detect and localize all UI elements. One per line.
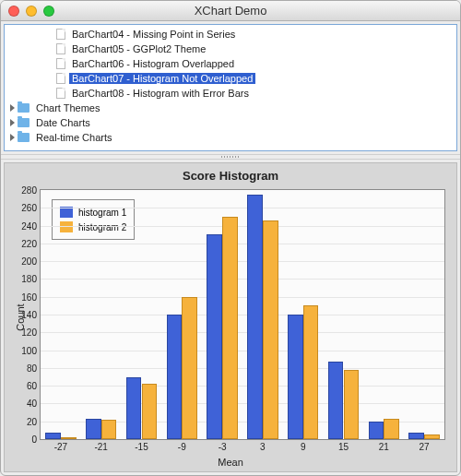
bar bbox=[167, 315, 183, 439]
bar bbox=[222, 217, 238, 439]
x-tick: 15 bbox=[338, 442, 349, 452]
tree-item[interactable]: BarChart04 - Missing Point in Series bbox=[5, 27, 456, 42]
zoom-icon[interactable] bbox=[43, 6, 54, 17]
file-icon bbox=[56, 88, 65, 99]
bar bbox=[424, 434, 440, 439]
x-axis-label: Mean bbox=[5, 457, 456, 468]
legend: histogram 1 histogram 2 bbox=[52, 199, 135, 240]
bar bbox=[303, 305, 319, 439]
x-tick: 27 bbox=[420, 442, 430, 452]
y-tick: 180 bbox=[21, 274, 37, 284]
file-icon bbox=[56, 29, 65, 40]
bar bbox=[369, 422, 384, 439]
tree-item[interactable]: BarChart06 - Histogram Overlapped bbox=[5, 56, 456, 71]
bar bbox=[247, 195, 263, 439]
chart-title: Score Histogram bbox=[5, 163, 456, 184]
folder-icon bbox=[18, 133, 30, 142]
y-tick: 280 bbox=[21, 185, 37, 196]
minimize-icon[interactable] bbox=[26, 6, 37, 17]
chart-pane: Score Histogram Count Mean histogram 1 h… bbox=[4, 162, 457, 472]
y-tick: 140 bbox=[21, 310, 37, 320]
bar bbox=[142, 384, 158, 439]
plot-area: histogram 1 histogram 2 0204060801001201… bbox=[40, 189, 445, 440]
x-tick: 21 bbox=[379, 442, 389, 452]
tree-item-label: Date Charts bbox=[33, 117, 93, 128]
file-icon bbox=[56, 58, 65, 69]
y-tick: 120 bbox=[21, 327, 37, 338]
bar bbox=[182, 297, 197, 439]
x-tick: -15 bbox=[135, 442, 148, 452]
tree-item[interactable]: BarChart05 - GGPlot2 Theme bbox=[5, 42, 456, 56]
y-tick: 20 bbox=[27, 416, 37, 426]
traffic-lights bbox=[8, 6, 54, 17]
x-tick: -9 bbox=[178, 442, 186, 452]
folder-icon bbox=[18, 118, 30, 127]
bar bbox=[61, 437, 77, 439]
y-tick: 60 bbox=[27, 381, 37, 391]
legend-swatch-2 bbox=[60, 221, 73, 232]
tree-item[interactable]: Chart Themes bbox=[5, 101, 456, 115]
window-title: XChart Demo bbox=[1, 4, 460, 18]
grip-icon bbox=[221, 156, 240, 158]
folder-icon bbox=[18, 103, 30, 113]
bar bbox=[288, 315, 303, 439]
bar bbox=[86, 419, 101, 439]
tree-item-label: BarChart05 - GGPlot2 Theme bbox=[69, 43, 208, 54]
bar bbox=[207, 234, 222, 439]
x-tick: 9 bbox=[301, 442, 306, 452]
tree-item-label: Real-time Charts bbox=[33, 132, 115, 143]
tree-item[interactable]: Date Charts bbox=[5, 115, 456, 130]
bar bbox=[408, 433, 424, 439]
y-tick: 200 bbox=[21, 256, 37, 267]
y-tick: 160 bbox=[21, 292, 37, 302]
y-tick: 260 bbox=[21, 203, 37, 213]
y-tick: 40 bbox=[27, 399, 37, 409]
tree-item[interactable]: BarChart07 - Histogram Not Overlapped bbox=[5, 71, 456, 86]
app-window: XChart Demo BarChart04 - Missing Point i… bbox=[0, 0, 461, 476]
plot-wrap: histogram 1 histogram 2 0204060801001201… bbox=[40, 189, 445, 440]
tree-item-label: BarChart07 - Histogram Not Overlapped bbox=[69, 73, 255, 84]
file-icon bbox=[56, 73, 65, 84]
legend-label-2: histogram 2 bbox=[78, 222, 126, 232]
bar bbox=[344, 370, 360, 439]
y-tick: 240 bbox=[21, 220, 37, 231]
tree-item-label: BarChart06 - Histogram Overlapped bbox=[69, 58, 237, 69]
bar bbox=[263, 220, 278, 439]
tree-item-label: Chart Themes bbox=[33, 102, 103, 113]
bar bbox=[101, 420, 117, 439]
x-tick: -27 bbox=[54, 442, 67, 452]
bar bbox=[384, 419, 399, 439]
chevron-right-icon[interactable] bbox=[10, 119, 15, 126]
y-tick: 80 bbox=[27, 363, 37, 373]
y-tick: 0 bbox=[31, 434, 37, 445]
y-tick: 220 bbox=[21, 238, 37, 248]
tree-item[interactable]: BarChart08 - Histogram with Error Bars bbox=[5, 86, 456, 101]
titlebar[interactable]: XChart Demo bbox=[1, 1, 460, 21]
demo-tree[interactable]: BarChart04 - Missing Point in SeriesBarC… bbox=[4, 24, 457, 151]
bar bbox=[126, 377, 142, 440]
split-handle[interactable] bbox=[1, 154, 460, 160]
chevron-right-icon[interactable] bbox=[10, 134, 15, 141]
close-icon[interactable] bbox=[8, 6, 19, 17]
x-tick: 3 bbox=[260, 442, 266, 452]
tree-item-label: BarChart04 - Missing Point in Series bbox=[69, 29, 238, 40]
x-tick: -21 bbox=[94, 442, 107, 452]
chevron-right-icon[interactable] bbox=[10, 104, 15, 112]
bar bbox=[328, 362, 344, 439]
x-tick: -3 bbox=[219, 442, 227, 452]
y-tick: 100 bbox=[21, 345, 37, 355]
file-icon bbox=[56, 43, 65, 54]
bar bbox=[45, 433, 61, 439]
tree-item-label: BarChart08 - Histogram with Error Bars bbox=[69, 88, 252, 99]
legend-item-2: histogram 2 bbox=[60, 220, 126, 234]
tree-item[interactable]: Real-time Charts bbox=[5, 130, 456, 145]
